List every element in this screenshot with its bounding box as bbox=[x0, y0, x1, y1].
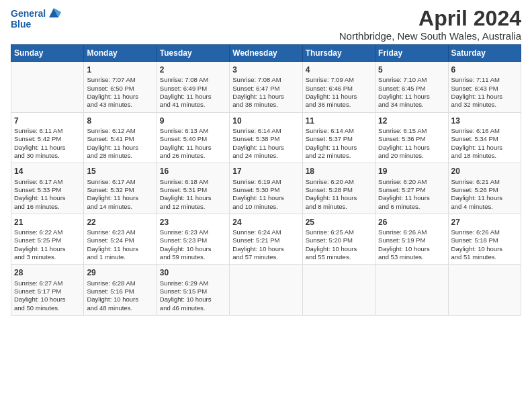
day-number: 15 bbox=[87, 166, 153, 177]
cell-content: Sunrise: 6:14 AM Sunset: 5:37 PM Dayligh… bbox=[306, 127, 372, 160]
day-number: 10 bbox=[232, 116, 299, 126]
cell-2-2: 8Sunrise: 6:12 AM Sunset: 5:41 PM Daylig… bbox=[84, 112, 157, 163]
cell-1-1 bbox=[11, 62, 84, 113]
day-number: 6 bbox=[451, 64, 518, 75]
day-number: 25 bbox=[306, 217, 372, 228]
day-number: 22 bbox=[87, 217, 153, 228]
cell-5-2: 29Sunrise: 6:28 AM Sunset: 5:16 PM Dayli… bbox=[84, 265, 157, 316]
cell-content: Sunrise: 6:13 AM Sunset: 5:40 PM Dayligh… bbox=[160, 127, 226, 160]
day-number: 28 bbox=[14, 267, 81, 278]
cell-2-1: 7Sunrise: 6:11 AM Sunset: 5:42 PM Daylig… bbox=[11, 112, 84, 163]
cell-content: Sunrise: 7:08 AM Sunset: 6:49 PM Dayligh… bbox=[160, 76, 226, 109]
cell-content: Sunrise: 6:20 AM Sunset: 5:28 PM Dayligh… bbox=[306, 178, 372, 211]
logo-text: General bbox=[11, 8, 46, 19]
day-number: 12 bbox=[378, 116, 445, 126]
cell-content: Sunrise: 7:10 AM Sunset: 6:45 PM Dayligh… bbox=[378, 76, 445, 109]
cell-content: Sunrise: 6:23 AM Sunset: 5:23 PM Dayligh… bbox=[160, 228, 226, 261]
cell-content: Sunrise: 6:17 AM Sunset: 5:33 PM Dayligh… bbox=[14, 178, 81, 211]
cell-content: Sunrise: 6:17 AM Sunset: 5:32 PM Dayligh… bbox=[87, 178, 153, 211]
cell-content: Sunrise: 6:15 AM Sunset: 5:36 PM Dayligh… bbox=[378, 127, 445, 160]
cell-content: Sunrise: 7:07 AM Sunset: 6:50 PM Dayligh… bbox=[87, 76, 153, 109]
cell-content: Sunrise: 7:08 AM Sunset: 6:47 PM Dayligh… bbox=[232, 76, 299, 109]
cell-1-6: 5Sunrise: 7:10 AM Sunset: 6:45 PM Daylig… bbox=[375, 62, 448, 113]
col-header-thursday: Thursday bbox=[302, 45, 375, 62]
day-number: 8 bbox=[87, 116, 153, 126]
cell-2-4: 10Sunrise: 6:14 AM Sunset: 5:38 PM Dayli… bbox=[230, 112, 302, 163]
cell-4-4: 24Sunrise: 6:24 AM Sunset: 5:21 PM Dayli… bbox=[230, 214, 302, 265]
logo-blue: Blue bbox=[11, 19, 61, 30]
subtitle: Northbridge, New South Wales, Australia bbox=[339, 30, 521, 42]
day-number: 2 bbox=[160, 64, 226, 75]
cell-content: Sunrise: 6:26 AM Sunset: 5:18 PM Dayligh… bbox=[451, 228, 518, 261]
day-number: 26 bbox=[378, 217, 445, 228]
day-number: 23 bbox=[160, 217, 226, 228]
cell-1-2: 1Sunrise: 7:07 AM Sunset: 6:50 PM Daylig… bbox=[84, 62, 157, 113]
cell-5-1: 28Sunrise: 6:27 AM Sunset: 5:17 PM Dayli… bbox=[11, 265, 84, 316]
week-row-2: 7Sunrise: 6:11 AM Sunset: 5:42 PM Daylig… bbox=[11, 112, 521, 163]
week-row-1: 1Sunrise: 7:07 AM Sunset: 6:50 PM Daylig… bbox=[11, 62, 521, 113]
col-header-tuesday: Tuesday bbox=[157, 45, 229, 62]
day-number: 21 bbox=[14, 217, 81, 228]
header-row: SundayMondayTuesdayWednesdayThursdayFrid… bbox=[11, 45, 521, 62]
cell-content: Sunrise: 6:27 AM Sunset: 5:17 PM Dayligh… bbox=[14, 279, 81, 312]
col-header-saturday: Saturday bbox=[448, 45, 521, 62]
cell-2-6: 12Sunrise: 6:15 AM Sunset: 5:36 PM Dayli… bbox=[375, 112, 448, 163]
cell-content: Sunrise: 6:18 AM Sunset: 5:31 PM Dayligh… bbox=[160, 178, 226, 211]
cell-content: Sunrise: 6:26 AM Sunset: 5:19 PM Dayligh… bbox=[378, 228, 445, 261]
day-number: 5 bbox=[378, 64, 445, 75]
cell-content: Sunrise: 6:21 AM Sunset: 5:26 PM Dayligh… bbox=[451, 178, 518, 211]
cell-1-4: 3Sunrise: 7:08 AM Sunset: 6:47 PM Daylig… bbox=[230, 62, 302, 113]
cell-5-3: 30Sunrise: 6:29 AM Sunset: 5:15 PM Dayli… bbox=[157, 265, 229, 316]
cell-2-3: 9Sunrise: 6:13 AM Sunset: 5:40 PM Daylig… bbox=[157, 112, 229, 163]
day-number: 11 bbox=[306, 116, 372, 126]
cell-4-3: 23Sunrise: 6:23 AM Sunset: 5:23 PM Dayli… bbox=[157, 214, 229, 265]
day-number: 29 bbox=[87, 267, 153, 278]
cell-3-7: 20Sunrise: 6:21 AM Sunset: 5:26 PM Dayli… bbox=[448, 163, 521, 214]
day-number: 16 bbox=[160, 166, 226, 177]
cell-1-3: 2Sunrise: 7:08 AM Sunset: 6:49 PM Daylig… bbox=[157, 62, 229, 113]
day-number: 27 bbox=[451, 217, 518, 228]
cell-5-6 bbox=[375, 265, 448, 316]
day-number: 24 bbox=[232, 217, 299, 228]
cell-2-7: 13Sunrise: 6:16 AM Sunset: 5:34 PM Dayli… bbox=[448, 112, 521, 163]
logo-icon bbox=[46, 5, 61, 20]
day-number: 18 bbox=[306, 166, 372, 177]
week-row-5: 28Sunrise: 6:27 AM Sunset: 5:17 PM Dayli… bbox=[11, 265, 521, 316]
cell-content: Sunrise: 6:19 AM Sunset: 5:30 PM Dayligh… bbox=[232, 178, 299, 211]
cell-2-5: 11Sunrise: 6:14 AM Sunset: 5:37 PM Dayli… bbox=[302, 112, 375, 163]
day-number: 14 bbox=[14, 166, 81, 177]
cell-5-7 bbox=[448, 265, 521, 316]
cell-4-5: 25Sunrise: 6:25 AM Sunset: 5:20 PM Dayli… bbox=[302, 214, 375, 265]
cell-1-7: 6Sunrise: 7:11 AM Sunset: 6:43 PM Daylig… bbox=[448, 62, 521, 113]
day-number: 17 bbox=[232, 166, 299, 177]
week-row-3: 14Sunrise: 6:17 AM Sunset: 5:33 PM Dayli… bbox=[11, 163, 521, 214]
cell-content: Sunrise: 6:28 AM Sunset: 5:16 PM Dayligh… bbox=[87, 279, 153, 312]
cell-4-7: 27Sunrise: 6:26 AM Sunset: 5:18 PM Dayli… bbox=[448, 214, 521, 265]
title-block: April 2024 Northbridge, New South Wales,… bbox=[339, 7, 521, 42]
day-number: 1 bbox=[87, 64, 153, 75]
cell-1-5: 4Sunrise: 7:09 AM Sunset: 6:46 PM Daylig… bbox=[302, 62, 375, 113]
col-header-friday: Friday bbox=[375, 45, 448, 62]
day-number: 13 bbox=[451, 116, 518, 126]
cell-4-2: 22Sunrise: 6:23 AM Sunset: 5:24 PM Dayli… bbox=[84, 214, 157, 265]
cell-content: Sunrise: 6:25 AM Sunset: 5:20 PM Dayligh… bbox=[306, 228, 372, 261]
cell-5-4 bbox=[230, 265, 302, 316]
col-header-sunday: Sunday bbox=[11, 45, 84, 62]
day-number: 20 bbox=[451, 166, 518, 177]
calendar-table: SundayMondayTuesdayWednesdayThursdayFrid… bbox=[11, 44, 521, 316]
day-number: 3 bbox=[232, 64, 299, 75]
cell-content: Sunrise: 6:24 AM Sunset: 5:21 PM Dayligh… bbox=[232, 228, 299, 261]
day-number: 9 bbox=[160, 116, 226, 126]
cell-3-6: 19Sunrise: 6:20 AM Sunset: 5:27 PM Dayli… bbox=[375, 163, 448, 214]
cell-content: Sunrise: 6:16 AM Sunset: 5:34 PM Dayligh… bbox=[451, 127, 518, 160]
cell-3-3: 16Sunrise: 6:18 AM Sunset: 5:31 PM Dayli… bbox=[157, 163, 229, 214]
col-header-wednesday: Wednesday bbox=[230, 45, 302, 62]
day-number: 19 bbox=[378, 166, 445, 177]
main-title: April 2024 bbox=[339, 7, 521, 30]
cell-3-5: 18Sunrise: 6:20 AM Sunset: 5:28 PM Dayli… bbox=[302, 163, 375, 214]
cell-content: Sunrise: 6:20 AM Sunset: 5:27 PM Dayligh… bbox=[378, 178, 445, 211]
cell-3-4: 17Sunrise: 6:19 AM Sunset: 5:30 PM Dayli… bbox=[230, 163, 302, 214]
day-number: 30 bbox=[160, 267, 226, 278]
page: General Blue April 2024 Northbridge, New… bbox=[0, 0, 532, 411]
col-header-monday: Monday bbox=[84, 45, 157, 62]
